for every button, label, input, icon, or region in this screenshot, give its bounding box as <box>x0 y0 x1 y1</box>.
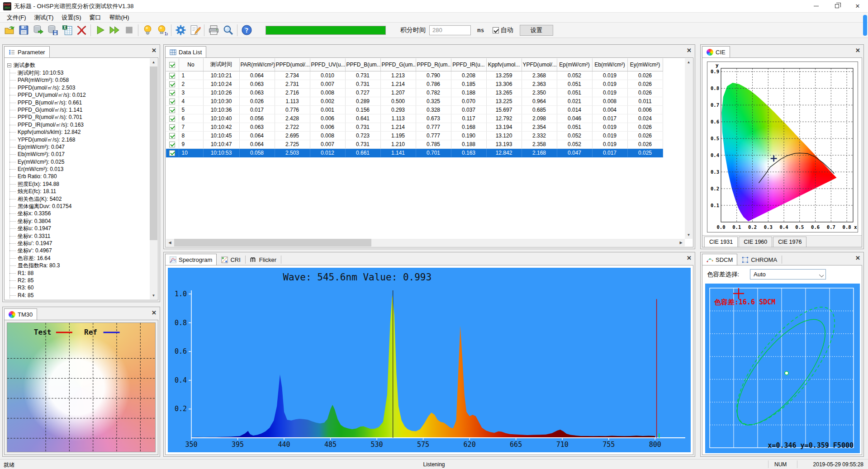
scrollbar-thumb[interactable] <box>150 66 157 240</box>
tab-cie[interactable]: CIE <box>702 46 730 57</box>
zoom-icon[interactable] <box>221 24 235 37</box>
collapse-icon[interactable] <box>7 63 11 67</box>
tree-item[interactable]: PPFD_UV(umol/㎡/s): 0.012 <box>5 91 149 99</box>
export-excel-icon[interactable]: X <box>60 24 74 37</box>
menu-item[interactable]: 窗口 <box>85 13 105 23</box>
table-row[interactable]: 510:10:360.0170.7760.0010.1560.2930.3280… <box>166 105 663 114</box>
tree-item[interactable]: PPFD_B(umol/㎡/s): 0.661 <box>5 99 149 106</box>
print-icon[interactable] <box>206 24 221 37</box>
column-header[interactable]: YPFD(umol/... <box>522 58 557 71</box>
save-icon[interactable] <box>16 24 31 37</box>
column-header[interactable]: Ey(mW/cm²) <box>627 58 663 71</box>
tree-item[interactable]: 相关色温(K): 5402 <box>5 195 149 203</box>
tree-item[interactable]: Kppfv(umol/s/klm): 12.842 <box>5 128 149 136</box>
column-header[interactable]: PAR(mW/cm²) <box>239 58 275 71</box>
tree-item[interactable]: 坐标y: 0.3804 <box>5 218 149 225</box>
export-database-icon[interactable] <box>31 24 45 37</box>
tree-item[interactable]: 色容差: 16.64 <box>5 255 149 262</box>
tree-item[interactable]: PPFD_G(umol/㎡/s): 1.141 <box>5 106 149 114</box>
tree-item[interactable]: Ep(mW/cm²): 0.047 <box>5 143 149 151</box>
subtab-cie-1931[interactable]: CIE 1931 <box>704 237 738 247</box>
table-row[interactable]: 810:10:450.0642.6950.0080.7231.1950.7770… <box>166 131 663 140</box>
scrollbar-thumb[interactable] <box>174 239 371 246</box>
row-checkbox[interactable] <box>169 90 175 96</box>
close-icon[interactable]: ✕ <box>855 47 860 53</box>
tree-item[interactable]: 测试时间: 10:10:53 <box>5 69 149 76</box>
column-header[interactable]: No <box>179 58 203 71</box>
tree-item[interactable]: Er(mW/cm²): 0.013 <box>5 166 149 173</box>
row-checkbox[interactable] <box>169 116 175 122</box>
scroll-right-icon[interactable]: ▶ <box>677 239 685 246</box>
scroll-down-icon[interactable]: ▼ <box>685 231 693 239</box>
close-icon[interactable]: ✕ <box>687 47 692 53</box>
tab-cri[interactable]: CRI <box>217 254 245 265</box>
row-checkbox[interactable] <box>169 107 175 113</box>
column-header[interactable]: PPFD_R(um... <box>416 58 451 71</box>
save-database-icon[interactable] <box>45 24 60 37</box>
table-row[interactable]: 410:10:300.0261.1130.0020.2890.5000.3250… <box>166 97 663 105</box>
row-checkbox[interactable] <box>169 133 175 139</box>
tree-item[interactable]: 显色指数Ra: 80.3 <box>5 262 149 269</box>
edge-scroll-handle[interactable] <box>863 15 867 36</box>
column-header[interactable]: PPFD_UV(u... <box>310 58 345 71</box>
tree-item[interactable]: 烛光E(fc): 18.11 <box>5 188 149 195</box>
tree-item[interactable]: 照度E(lx): 194.88 <box>5 180 149 188</box>
row-checkbox[interactable] <box>169 124 175 130</box>
lamp-1x-icon[interactable]: 1x <box>155 24 169 37</box>
color-tolerance-select[interactable]: Auto <box>750 269 826 280</box>
tree-item[interactable]: R2: 85 <box>5 277 149 284</box>
column-header[interactable]: PPFD_IR(u... <box>451 58 486 71</box>
cie-1931-chart[interactable]: 0.90.80.70.60.50.40.30.20.10.00.10.20.30… <box>707 62 858 232</box>
close-icon[interactable]: ✕ <box>687 255 692 261</box>
table-row[interactable]: 110:10:210.0642.7340.0100.7311.2130.7900… <box>166 71 663 80</box>
column-header[interactable]: PPFD(umol/... <box>275 58 310 71</box>
integration-time-input[interactable] <box>429 25 471 35</box>
tree-item[interactable]: YPFD(umol/㎡/s): 2.168 <box>5 136 149 143</box>
measurement-table[interactable]: No测试时间PAR(mW/cm²)PPFD(umol/...PPFD_UV(u.… <box>166 58 663 157</box>
scroll-up-icon[interactable]: ▲ <box>685 58 693 66</box>
tree-item[interactable]: PPFD_R(umol/㎡/s): 0.701 <box>5 114 149 121</box>
open-file-icon[interactable] <box>2 24 16 37</box>
minimize-button[interactable] <box>806 0 826 13</box>
tree-item[interactable]: 坐标u: 0.1947 <box>5 225 149 232</box>
tree-item[interactable]: 坐标x: 0.3356 <box>5 210 149 217</box>
close-button[interactable]: ✕ <box>847 0 868 13</box>
tree-item[interactable]: R1: 88 <box>5 270 149 277</box>
settings-button[interactable]: 设置 <box>520 25 553 36</box>
tab-sdcm[interactable]: SDCM <box>702 254 737 265</box>
tab-flicker[interactable]: Flicker <box>246 254 281 265</box>
tab-parameter[interactable]: Parameter <box>4 46 50 57</box>
help-icon[interactable]: ? <box>239 24 254 37</box>
close-icon[interactable]: ✕ <box>152 47 157 53</box>
spectrum-chart[interactable]: 1.00.80.60.40.23503954404855305756206657… <box>168 268 691 452</box>
delete-icon[interactable] <box>74 24 89 37</box>
test-once-icon[interactable] <box>93 24 107 37</box>
table-row[interactable]: 1010:10:530.0582.5030.0120.6611.1410.701… <box>166 148 663 157</box>
tree-item[interactable]: 坐标v': 0.4967 <box>5 247 149 254</box>
parameter-scrollbar[interactable]: ▲ ▼ <box>150 58 157 299</box>
table-row[interactable]: 310:10:260.0632.7160.0080.7271.2070.7820… <box>166 88 663 97</box>
scroll-down-icon[interactable]: ▼ <box>150 292 157 299</box>
row-checkbox[interactable] <box>169 73 175 79</box>
tab-data-list[interactable]: Data List <box>165 46 206 57</box>
tree-item[interactable]: 黑体偏离Duv: 0.01754 <box>5 203 149 210</box>
tree-item[interactable]: PAR(mW/cm²): 0.058 <box>5 76 149 84</box>
tree-item[interactable]: PPFD_IR(umol/㎡/s): 0.163 <box>5 121 149 128</box>
tree-item[interactable]: Ey(mW/cm²): 0.025 <box>5 158 149 166</box>
stop-icon[interactable] <box>122 24 136 37</box>
menu-item[interactable]: 文件(F) <box>3 13 30 23</box>
table-row[interactable]: 210:10:240.0632.7310.0070.7311.2140.7860… <box>166 80 663 88</box>
tree-item[interactable]: R4: 85 <box>5 292 149 299</box>
table-vertical-scrollbar[interactable]: ▲ ▼ <box>685 58 693 239</box>
tree-item[interactable]: PPFD(umol/㎡/s): 2.503 <box>5 84 149 91</box>
auto-checkbox[interactable] <box>493 27 499 33</box>
tree-item[interactable]: 坐标v: 0.3311 <box>5 232 149 240</box>
edit-icon[interactable] <box>188 24 202 37</box>
menu-item[interactable]: 设置(S) <box>57 13 85 23</box>
column-header[interactable]: PPFD_B(um... <box>345 58 380 71</box>
close-icon[interactable]: ✕ <box>855 255 860 261</box>
table-horizontal-scrollbar[interactable]: ◀ ▶ <box>166 239 685 246</box>
column-header[interactable]: Eb(mW/cm²) <box>592 58 627 71</box>
tree-item[interactable]: Erb Ratio: 0.780 <box>5 173 149 180</box>
lamp-icon[interactable] <box>140 24 155 37</box>
